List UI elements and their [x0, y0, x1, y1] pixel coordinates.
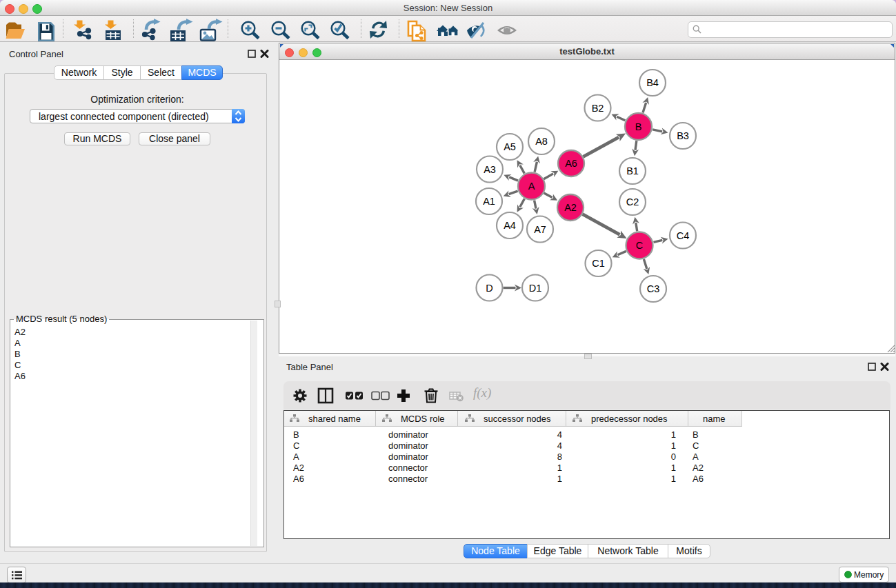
svg-text:B1: B1 — [626, 165, 639, 176]
svg-text:B4: B4 — [646, 77, 659, 88]
svg-text:A8: A8 — [535, 136, 548, 147]
svg-text:A2: A2 — [564, 202, 577, 213]
svg-text:C1: C1 — [592, 258, 605, 269]
svg-text:C4: C4 — [677, 230, 690, 241]
svg-text:A1: A1 — [483, 196, 495, 207]
svg-text:A7: A7 — [534, 224, 546, 235]
svg-text:B3: B3 — [677, 130, 689, 141]
svg-text:A: A — [528, 181, 535, 192]
svg-text:C2: C2 — [626, 196, 639, 207]
svg-text:A4: A4 — [504, 220, 516, 231]
svg-text:A6: A6 — [565, 158, 577, 169]
svg-text:A5: A5 — [504, 141, 516, 152]
svg-text:A3: A3 — [484, 164, 496, 175]
svg-text:C: C — [636, 240, 643, 251]
svg-text:C3: C3 — [647, 283, 660, 294]
svg-text:B: B — [635, 121, 642, 132]
svg-text:D1: D1 — [529, 283, 542, 294]
svg-text:B2: B2 — [592, 103, 604, 114]
svg-text:D: D — [486, 283, 492, 294]
